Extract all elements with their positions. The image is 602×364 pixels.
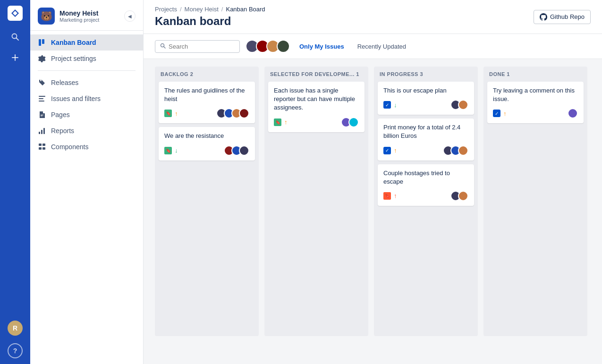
github-repo-button[interactable]: Github Repo [534, 10, 591, 24]
card-escape-plan[interactable]: This is our escape plan ✓ ↓ [378, 82, 474, 115]
help-icon-rail[interactable]: ? [8, 343, 23, 358]
kanban-board: BACKLOG 2 The rules and guidlines of the… [144, 59, 602, 364]
checkbox-icon: ✓ [383, 101, 391, 109]
breadcrumb-current: Kanban Board [226, 6, 265, 13]
sidebar-item-settings[interactable]: Project settings [30, 51, 143, 67]
search-rail-icon[interactable] [7, 28, 24, 45]
svg-line-20 [164, 46, 165, 48]
toolbar: Only My Issues Recently Updated [144, 34, 602, 59]
svg-rect-12 [39, 132, 40, 134]
column-inprogress: IN PROGRESS 3 This is our escape plan ✓ … [374, 67, 478, 336]
header-actions: Github Repo [534, 10, 591, 24]
checkbox-icon-2: ✓ [383, 147, 391, 154]
column-done-cards: Try leaving a comment on this issue. ✓ ↑ [483, 82, 587, 127]
add-rail-icon[interactable] [7, 49, 24, 66]
sidebar-item-kanban[interactable]: Kanban Board [30, 34, 143, 51]
assignee-avatars[interactable] [246, 40, 290, 53]
sidebar-item-components-label: Components [51, 143, 88, 151]
components-icon [38, 143, 46, 151]
sidebar-item-pages[interactable]: Pages [30, 107, 143, 123]
card-avatars-3 [341, 117, 359, 127]
column-selected: SELECTED FOR DEVELOPME... 1 Each issue h… [264, 67, 368, 336]
svg-rect-14 [43, 128, 45, 134]
column-inprogress-header: IN PROGRESS 3 [374, 67, 478, 82]
card-avatars-2 [224, 145, 249, 156]
search-input[interactable] [169, 43, 235, 50]
sidebar-item-kanban-label: Kanban Board [51, 39, 96, 46]
card-resistance[interactable]: We are the resistance 🔖 ↓ [159, 127, 255, 160]
sidebar-item-issues[interactable]: Issues and filters [30, 91, 143, 107]
bookmark-icon-green-2: 🔖 [164, 147, 172, 154]
sidebar-item-pages-label: Pages [51, 111, 70, 119]
card-comment[interactable]: Try leaving a comment on this issue. ✓ ↑ [487, 82, 584, 123]
card-single-reporter-title: Each issue has a single reporter but can… [274, 86, 359, 112]
card-hostages-title: Couple hostages tried to escape [383, 169, 468, 186]
board-icon [38, 38, 46, 47]
sidebar: 🐻 Money Heist Marketing project ◀ Kanban… [30, 0, 144, 364]
column-inprogress-cards: This is our escape plan ✓ ↓ Print money [374, 82, 478, 210]
sidebar-divider [38, 70, 136, 71]
priority-up-icon-2: ↑ [284, 119, 288, 126]
svg-rect-13 [41, 130, 42, 134]
app-logo[interactable] [8, 6, 23, 21]
avatar-4[interactable] [277, 40, 290, 53]
left-rail: R ? [0, 0, 30, 364]
sidebar-item-releases-label: Releases [51, 79, 78, 86]
column-backlog: BACKLOG 2 The rules and guidlines of the… [155, 67, 259, 336]
page-header: Projects / Money Heist / Kanban Board Ka… [144, 0, 602, 34]
sidebar-item-settings-label: Project settings [51, 55, 96, 62]
card-single-reporter[interactable]: Each issue has a single reporter but can… [268, 82, 365, 132]
pages-icon [38, 110, 46, 119]
bookmark-icon-green-3: 🔖 [274, 119, 281, 126]
sidebar-item-releases[interactable]: Releases [30, 75, 143, 91]
card-heist-rules-title: The rules and guidlines of the heist [164, 86, 249, 103]
user-avatar-rail[interactable]: R [8, 321, 23, 336]
svg-rect-17 [39, 147, 42, 150]
sidebar-item-issues-label: Issues and filters [51, 95, 101, 102]
card-avatars-7 [568, 108, 578, 119]
svg-rect-16 [42, 144, 45, 146]
project-icon: 🐻 [38, 8, 55, 25]
svg-rect-10 [41, 115, 43, 115]
card-heist-rules[interactable]: The rules and guidlines of the heist 🔖 ↑ [159, 82, 255, 123]
svg-rect-4 [39, 39, 41, 46]
card-avatar [458, 145, 468, 156]
issues-icon [38, 94, 46, 103]
card-print-money[interactable]: Print money for a total of 2.4 billion E… [378, 119, 474, 160]
search-box[interactable] [155, 40, 240, 53]
svg-rect-5 [42, 39, 44, 44]
reports-icon [38, 127, 46, 135]
svg-line-1 [17, 38, 19, 41]
card-avatar [348, 117, 359, 127]
svg-rect-11 [41, 116, 42, 116]
breadcrumb-project[interactable]: Money Heist [185, 6, 219, 13]
card-avatar [458, 100, 468, 110]
priority-up-icon-3: ↑ [394, 147, 397, 154]
card-avatars-4 [450, 100, 468, 110]
card-print-money-title: Print money for a total of 2.4 billion E… [383, 123, 468, 140]
card-hostages[interactable]: Couple hostages tried to escape 🔖 ↑ [378, 164, 474, 206]
my-issues-filter-btn[interactable]: Only My Issues [296, 41, 348, 52]
page-title: Kanban board [155, 15, 265, 28]
gear-icon [38, 54, 46, 63]
card-comment-title: Try leaving a comment on this issue. [493, 86, 578, 103]
priority-up-red-icon: ↑ [394, 192, 397, 199]
recently-updated-filter-btn[interactable]: Recently Updated [354, 41, 410, 52]
column-selected-header: SELECTED FOR DEVELOPME... 1 [264, 67, 368, 82]
sidebar-item-components[interactable]: Components [30, 139, 143, 155]
svg-rect-18 [42, 147, 45, 150]
releases-icon [38, 78, 46, 87]
breadcrumb-projects[interactable]: Projects [155, 6, 177, 13]
card-avatar [239, 145, 249, 156]
sidebar-item-reports[interactable]: Reports [30, 123, 143, 139]
column-done-header: DONE 1 [483, 67, 587, 82]
svg-rect-9 [39, 101, 44, 102]
project-name: Money Heist [59, 9, 99, 17]
sidebar-collapse-btn[interactable]: ◀ [124, 10, 136, 22]
card-avatar [568, 108, 578, 119]
priority-up-icon-4: ↑ [503, 110, 507, 117]
bookmark-icon-green: 🔖 [164, 110, 172, 117]
sidebar-nav: Kanban Board Project settings Releases [30, 31, 143, 159]
main-content: Projects / Money Heist / Kanban Board Ka… [144, 0, 602, 364]
priority-up-icon: ↑ [175, 110, 178, 117]
